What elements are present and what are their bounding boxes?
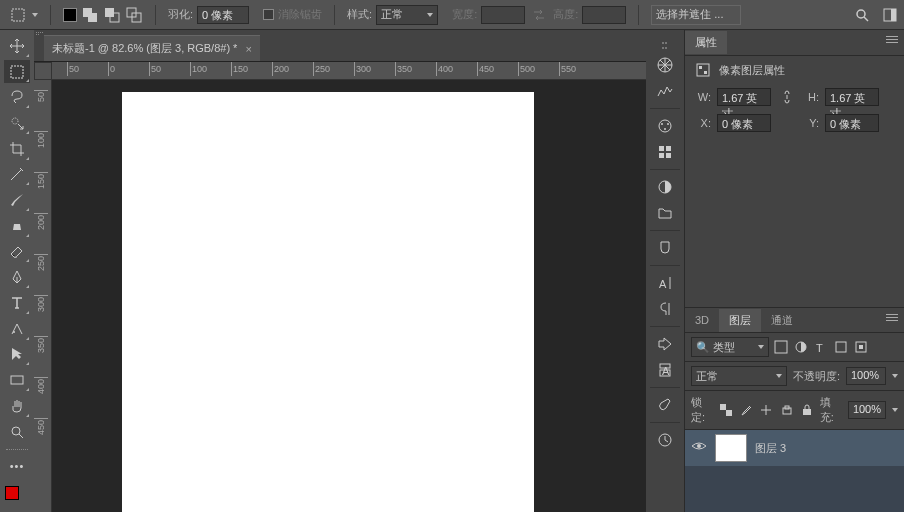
document-tab-bar: 未标题-1 @ 82.6% (图层 3, RGB/8#) * × [34, 30, 646, 62]
marquee-tool[interactable] [4, 60, 30, 84]
history-panel-icon[interactable]: A [655, 357, 675, 383]
filter-pixel-icon[interactable] [773, 339, 789, 355]
hand-tool[interactable] [4, 394, 30, 418]
color-panel-icon[interactable] [655, 52, 675, 78]
eraser-tool[interactable] [4, 240, 30, 264]
svg-rect-11 [11, 66, 23, 78]
tools-panel: ••• [0, 30, 34, 512]
fill-value[interactable]: 100% [848, 401, 886, 419]
move-tool[interactable] [4, 34, 30, 58]
type-tool[interactable] [4, 291, 30, 315]
subtract-selection-icon[interactable] [103, 6, 121, 24]
marquee-tool-icon[interactable] [8, 5, 28, 25]
lock-pos-icon[interactable] [759, 402, 773, 418]
svg-rect-25 [666, 153, 671, 158]
tool-presets-icon[interactable] [655, 392, 675, 418]
styles-panel-icon[interactable] [655, 139, 675, 165]
ruler-origin[interactable] [34, 62, 52, 80]
svg-point-13 [13, 331, 15, 333]
layers-menu-icon[interactable] [886, 314, 898, 321]
opacity-value[interactable]: 100% [846, 367, 886, 385]
style-select[interactable]: 正常 [376, 5, 438, 25]
layer-thumbnail[interactable] [715, 434, 747, 462]
svg-point-47 [697, 444, 701, 448]
vertical-ruler[interactable]: 50100150200250300350400450 [34, 80, 52, 512]
intersect-selection-icon[interactable] [125, 6, 143, 24]
visibility-icon[interactable] [691, 440, 707, 456]
layers-tab[interactable]: 图层 [719, 309, 761, 332]
clone-stamp-tool[interactable] [4, 214, 30, 238]
blend-mode-select[interactable]: 正常 [691, 366, 787, 386]
fill-label: 填充: [820, 395, 842, 425]
document-tab[interactable]: 未标题-1 @ 82.6% (图层 3, RGB/8#) * × [44, 35, 260, 61]
libraries-panel-icon[interactable] [655, 200, 675, 226]
actions-panel-icon[interactable] [655, 331, 675, 357]
height-value[interactable]: 1.67 英寸 [825, 88, 879, 106]
zoom-tool[interactable] [4, 420, 30, 444]
channels-tab[interactable]: 通道 [761, 309, 803, 332]
svg-rect-35 [704, 71, 707, 74]
lock-all-icon[interactable] [800, 402, 814, 418]
link-wh-icon[interactable] [777, 88, 797, 106]
layer-name[interactable]: 图层 3 [755, 441, 786, 456]
add-selection-icon[interactable] [81, 6, 99, 24]
chevron-down-icon[interactable] [32, 13, 38, 17]
width-value[interactable]: 1.67 英寸 [717, 88, 771, 106]
swatches-panel-icon[interactable] [655, 78, 675, 104]
canvas-area[interactable] [52, 80, 646, 512]
width-input [481, 6, 525, 24]
horizontal-ruler[interactable]: 50050100150200250300350400450500550 [52, 62, 646, 80]
svg-rect-39 [836, 342, 846, 352]
filter-adjust-icon[interactable] [793, 339, 809, 355]
lock-trans-icon[interactable] [719, 402, 733, 418]
workspace-icon[interactable] [880, 5, 900, 25]
svg-point-18 [659, 120, 671, 132]
panel-menu-icon[interactable] [886, 36, 898, 43]
lock-paint-icon[interactable] [739, 402, 753, 418]
crop-tool[interactable] [4, 137, 30, 161]
svg-rect-42 [720, 404, 726, 410]
layer-row[interactable]: 图层 3 [685, 430, 904, 466]
brushes-panel-icon[interactable] [655, 235, 675, 261]
paragraph-panel-icon[interactable] [655, 296, 675, 322]
feather-input[interactable]: 0 像素 [197, 6, 249, 24]
shape-tool[interactable] [4, 317, 30, 341]
filter-shape-icon[interactable] [833, 339, 849, 355]
lock-nest-icon[interactable] [780, 402, 794, 418]
timeline-icon[interactable] [655, 427, 675, 453]
close-tab-icon[interactable]: × [245, 43, 251, 55]
svg-rect-34 [699, 66, 702, 69]
filter-smart-icon[interactable] [853, 339, 869, 355]
svg-rect-22 [659, 146, 664, 151]
width-label: 宽度: [452, 7, 477, 22]
w-label: W: [695, 91, 711, 103]
brush-tool[interactable] [4, 188, 30, 212]
swap-wh-icon [529, 5, 549, 25]
filter-type-icon[interactable]: T [813, 339, 829, 355]
svg-rect-0 [12, 9, 24, 21]
color-swatches[interactable] [3, 484, 31, 512]
x-value[interactable]: 0 像素 [717, 114, 771, 132]
rectangle-tool[interactable] [4, 368, 30, 392]
path-select-tool[interactable] [4, 343, 30, 367]
character-panel-icon[interactable]: A [655, 270, 675, 296]
svg-point-21 [664, 128, 666, 130]
quick-select-tool[interactable] [4, 111, 30, 135]
search-icon[interactable] [852, 5, 872, 25]
eyedropper-tool[interactable] [4, 163, 30, 187]
filter-type-select[interactable]: 🔍 类型 [691, 337, 769, 357]
pen-tool[interactable] [4, 265, 30, 289]
new-selection-icon[interactable] [63, 8, 77, 22]
feather-label: 羽化: [168, 7, 193, 22]
pixel-layer-icon [695, 62, 711, 78]
half-circle-icon[interactable] [655, 174, 675, 200]
more-tools[interactable]: ••• [4, 455, 30, 479]
adjustments-panel-icon[interactable] [655, 113, 675, 139]
svg-rect-14 [11, 376, 23, 384]
y-value[interactable]: 0 像素 [825, 114, 879, 132]
refine-edge-button[interactable]: 选择并遮住 ... [651, 5, 741, 25]
svg-rect-36 [775, 341, 787, 353]
artboard[interactable] [122, 92, 534, 512]
lasso-tool[interactable] [4, 85, 30, 109]
3d-tab[interactable]: 3D [685, 310, 719, 330]
